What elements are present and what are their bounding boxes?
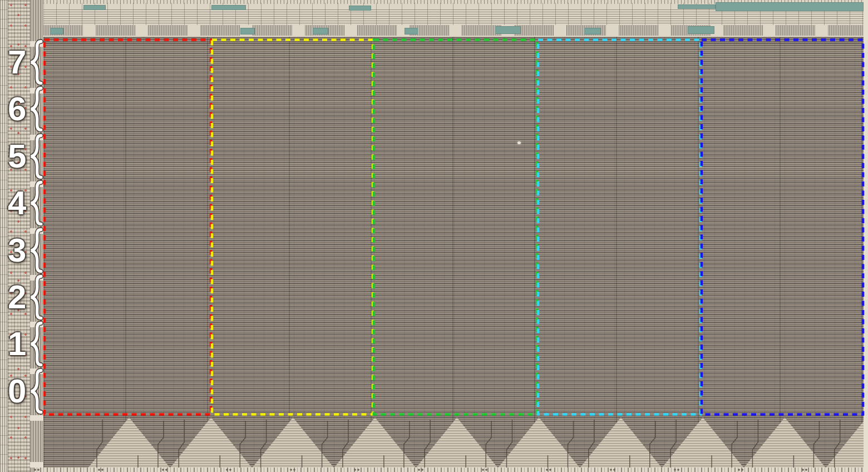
- sense-amp-region: [43, 416, 864, 468]
- metal-teal-patch: [349, 6, 371, 11]
- top-edge-circuitry: [43, 0, 864, 37]
- metal-teal-patch: [678, 4, 716, 9]
- metal-teal-patch: [584, 28, 601, 35]
- left-bus-lines: [0, 0, 8, 472]
- metal-teal-patch: [240, 28, 255, 35]
- metal-teal-patch: [211, 5, 246, 10]
- sense-amp-triangle: [826, 417, 864, 468]
- bottom-pad-row: [33, 468, 868, 472]
- die-photo: 76543210: [0, 0, 868, 472]
- metal-teal-patch: [50, 28, 63, 35]
- dust-speck: [517, 141, 521, 144]
- sense-amp-triangles: [43, 416, 864, 468]
- metal-teal-patch: [83, 5, 106, 10]
- left-logic-cells: [8, 0, 30, 472]
- die-right-margin: [864, 0, 868, 472]
- metal-teal-patch: [313, 28, 328, 35]
- left-wordline-bus: [30, 0, 43, 472]
- memory-array: [43, 37, 864, 416]
- triangle-group: [88, 417, 864, 468]
- metal-teal-patch: [405, 28, 418, 35]
- metal-teal-patch: [688, 26, 714, 34]
- left-edge-circuitry: [0, 0, 43, 472]
- metal-teal-patch: [495, 26, 521, 34]
- metal-teal-patch: [716, 2, 864, 11]
